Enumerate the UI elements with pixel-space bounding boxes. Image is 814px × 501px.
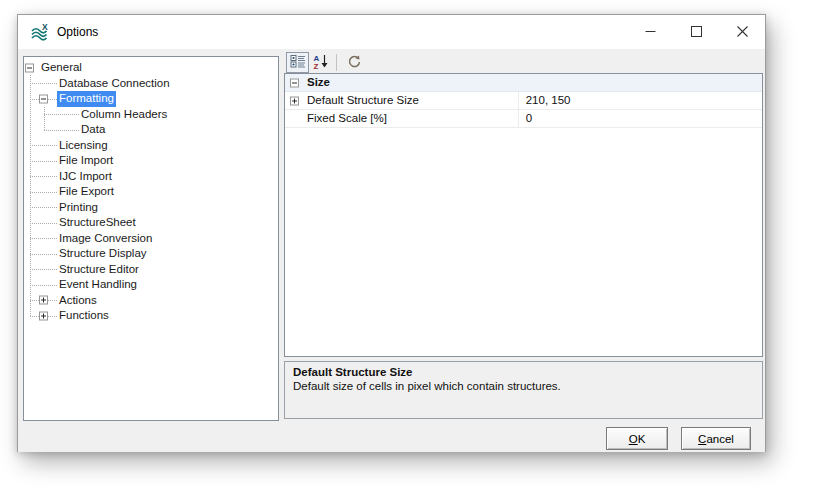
tree-item-label: Database Connection bbox=[57, 76, 172, 92]
tree-item-label: File Import bbox=[57, 153, 115, 169]
tree-item-label: File Export bbox=[57, 184, 116, 200]
window-title: Options bbox=[57, 25, 98, 39]
toolbar-separator bbox=[336, 54, 337, 71]
tree-item-functions[interactable]: Functions bbox=[24, 308, 278, 324]
tree-item-file-export[interactable]: File Export bbox=[24, 184, 278, 200]
tree-rows: GeneralDatabase ConnectionFormattingColu… bbox=[24, 60, 278, 324]
collapse-icon[interactable] bbox=[39, 94, 48, 103]
property-name: Default Structure Size bbox=[285, 92, 519, 109]
property-rows: Default Structure Size210, 150Fixed Scal… bbox=[285, 92, 762, 128]
description-panel: Default Structure Size Default size of c… bbox=[284, 361, 763, 419]
tree-item-label: StructureSheet bbox=[57, 215, 138, 231]
tree-item-label: Structure Editor bbox=[57, 262, 141, 278]
tree-item-event-handling[interactable]: Event Handling bbox=[24, 277, 278, 293]
collapse-icon[interactable] bbox=[25, 63, 34, 72]
categorized-icon bbox=[290, 53, 306, 72]
ok-button[interactable]: OK bbox=[606, 427, 668, 450]
desktop: X Options bbox=[0, 0, 814, 501]
expand-icon[interactable] bbox=[290, 96, 299, 105]
property-row-default-structure-size[interactable]: Default Structure Size210, 150 bbox=[285, 92, 762, 110]
tree-item-database-connection[interactable]: Database Connection bbox=[24, 76, 278, 92]
close-button[interactable] bbox=[719, 15, 765, 48]
svg-text:X: X bbox=[42, 23, 48, 32]
tree-item-printing[interactable]: Printing bbox=[24, 200, 278, 216]
reset-icon bbox=[346, 53, 362, 72]
property-value[interactable]: 210, 150 bbox=[519, 92, 762, 109]
tree-item-structure-editor[interactable]: Structure Editor bbox=[24, 262, 278, 278]
tree-item-structuresheet[interactable]: StructureSheet bbox=[24, 215, 278, 231]
tree-item-data[interactable]: Data bbox=[24, 122, 278, 138]
tree-item-label: Event Handling bbox=[57, 277, 139, 293]
cancel-button[interactable]: Cancel bbox=[681, 427, 751, 450]
svg-text:Z: Z bbox=[313, 61, 318, 69]
tree-item-label: Actions bbox=[57, 293, 99, 309]
tree-item-image-conversion[interactable]: Image Conversion bbox=[24, 231, 278, 247]
alphabetical-sort-icon: A Z bbox=[313, 53, 329, 72]
maximize-icon bbox=[691, 26, 702, 37]
tree-item-label: Image Conversion bbox=[57, 231, 154, 247]
property-grid: Size Default Structure Size210, 150Fixed… bbox=[284, 73, 763, 357]
dialog-content: GeneralDatabase ConnectionFormattingColu… bbox=[18, 49, 765, 452]
tree-item-structure-display[interactable]: Structure Display bbox=[24, 246, 278, 262]
options-tree: GeneralDatabase ConnectionFormattingColu… bbox=[23, 56, 279, 421]
tree-item-ijc-import[interactable]: IJC Import bbox=[24, 169, 278, 185]
alphabetical-sort-button[interactable]: A Z bbox=[309, 52, 332, 73]
property-value[interactable]: 0 bbox=[519, 110, 762, 127]
tree-item-licensing[interactable]: Licensing bbox=[24, 138, 278, 154]
tree-item-label: IJC Import bbox=[57, 169, 114, 185]
reset-button[interactable] bbox=[342, 52, 365, 73]
category-label: Size bbox=[307, 76, 330, 88]
description-title: Default Structure Size bbox=[293, 366, 754, 378]
window-controls bbox=[627, 15, 765, 48]
expand-icon[interactable] bbox=[39, 296, 48, 305]
property-row-fixed-scale[interactable]: Fixed Scale [%]0 bbox=[285, 110, 762, 128]
tree-item-column-headers[interactable]: Column Headers bbox=[24, 107, 278, 123]
categorized-button[interactable] bbox=[286, 52, 309, 73]
tree-item-label: Structure Display bbox=[57, 246, 149, 262]
options-dialog: X Options bbox=[17, 14, 766, 452]
expand-icon[interactable] bbox=[39, 311, 48, 320]
tree-item-label: General bbox=[39, 60, 84, 76]
tree-item-general[interactable]: General bbox=[24, 60, 278, 76]
tree-item-label: Printing bbox=[57, 200, 100, 216]
tree-item-label: Data bbox=[79, 122, 107, 138]
minimize-icon bbox=[645, 26, 656, 37]
property-name: Fixed Scale [%] bbox=[285, 110, 519, 127]
app-logo-icon: X bbox=[30, 23, 50, 41]
collapse-icon[interactable] bbox=[290, 78, 299, 87]
tree-item-label: Formatting bbox=[57, 91, 116, 107]
category-row-size[interactable]: Size bbox=[285, 74, 762, 92]
tree-item-label: Functions bbox=[57, 308, 111, 324]
tree-item-file-import[interactable]: File Import bbox=[24, 153, 278, 169]
tree-item-label: Column Headers bbox=[79, 107, 169, 123]
tree-item-formatting[interactable]: Formatting bbox=[24, 91, 278, 107]
description-body: Default size of cells in pixel which con… bbox=[293, 380, 754, 392]
property-grid-toolbar: A Z bbox=[286, 51, 365, 73]
minimize-button[interactable] bbox=[627, 15, 673, 48]
maximize-button[interactable] bbox=[673, 15, 719, 48]
tree-item-label: Licensing bbox=[57, 138, 110, 154]
tree-item-actions[interactable]: Actions bbox=[24, 293, 278, 309]
title-bar[interactable]: X Options bbox=[18, 15, 765, 49]
close-icon bbox=[737, 26, 748, 37]
